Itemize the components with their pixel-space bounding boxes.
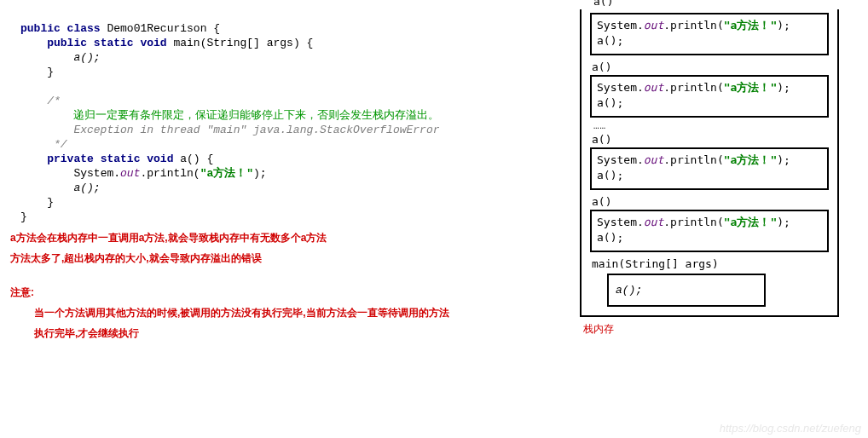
cm: Exception in thread "main" java.lang.Sta… <box>61 124 440 136</box>
txt: ); <box>777 19 790 32</box>
field: out <box>644 19 663 32</box>
code-block: public class Demo01Recurison { public st… <box>0 0 580 224</box>
str: "a方法！" <box>724 216 777 228</box>
txt: System. <box>597 153 644 166</box>
stack-outer: System.out.println("a方法！"); a(); a() Sys… <box>580 9 839 317</box>
call: a(); <box>73 51 100 64</box>
stack-frame: System.out.println("a方法！"); a(); <box>590 210 829 252</box>
txt: System. <box>597 81 644 94</box>
watermark: https://blog.csdn.net/zuefeng <box>720 422 861 435</box>
call: a(); <box>597 96 623 109</box>
main-label: main(String[] args) <box>590 252 837 270</box>
stack-frame: System.out.println("a方法！"); a(); <box>590 147 829 190</box>
warn-block: a方法会在栈内存中一直调用a方法,就会导致栈内存中有无数多个a方法 方法太多了,… <box>0 224 580 343</box>
field: out <box>644 153 663 166</box>
stack-frame: System.out.println("a方法！"); a(); <box>590 75 829 118</box>
txt: Demo01Recurison { <box>101 22 220 35</box>
dots: …… <box>590 118 837 131</box>
txt: .println( <box>663 216 723 228</box>
str: "a方法！" <box>724 153 777 166</box>
main-frame: a(); <box>607 274 766 307</box>
txt: ); <box>777 81 790 94</box>
txt: ); <box>253 167 267 180</box>
brace: } <box>47 66 54 78</box>
txt: .println( <box>663 153 723 166</box>
warn-line: 方法太多了,超出栈内存的大小,就会导致内存溢出的错误 <box>10 248 580 268</box>
txt: .println( <box>663 19 723 32</box>
txt: .println( <box>140 167 200 180</box>
kw: private static void <box>47 153 173 165</box>
a-label: a() <box>590 55 837 73</box>
warn-note: 注意: <box>10 282 580 303</box>
cm: 递归一定要有条件限定，保证递归能够停止下来，否则会发生栈内存溢出。 <box>61 109 440 122</box>
kw: public static void <box>47 37 166 49</box>
call: a(); <box>616 284 642 297</box>
cm: */ <box>47 138 67 151</box>
warn-line: 当一个方法调用其他方法的时候,被调用的方法没有执行完毕,当前方法会一直等待调用的… <box>10 303 580 323</box>
txt: main(String[] args) { <box>167 37 314 49</box>
call: a(); <box>597 169 623 182</box>
a-label: a() <box>590 190 837 208</box>
hanging-call: a() <box>580 0 868 8</box>
call: a(); <box>597 231 623 244</box>
field: out <box>644 81 663 94</box>
str: "a方法！" <box>200 167 253 180</box>
txt: System. <box>597 216 644 228</box>
left-pane: public class Demo01Recurison { public st… <box>0 0 580 343</box>
stack-frame: System.out.println("a方法！"); a(); <box>590 13 829 55</box>
txt: System. <box>597 19 644 32</box>
field: out <box>644 216 663 228</box>
txt: a() { <box>173 153 213 165</box>
field: out <box>120 167 140 180</box>
txt: .println( <box>663 81 723 94</box>
call: a(); <box>73 182 100 194</box>
cm: /* <box>47 95 61 107</box>
brace: } <box>47 196 54 209</box>
txt: ); <box>777 153 790 166</box>
kw: public class <box>20 22 101 35</box>
txt: System. <box>73 167 120 180</box>
txt: ); <box>777 216 790 228</box>
a-label: a() <box>590 131 837 146</box>
warn-line: 执行完毕,才会继续执行 <box>10 323 580 343</box>
right-pane: a() System.out.println("a方法！"); a(); a()… <box>580 0 868 337</box>
brace: } <box>20 210 27 223</box>
stack-label: 栈内存 <box>580 317 868 337</box>
call: a(); <box>597 34 623 47</box>
warn-line: a方法会在栈内存中一直调用a方法,就会导致栈内存中有无数多个a方法 <box>10 228 580 248</box>
str: "a方法！" <box>724 81 777 94</box>
str: "a方法！" <box>724 19 777 32</box>
